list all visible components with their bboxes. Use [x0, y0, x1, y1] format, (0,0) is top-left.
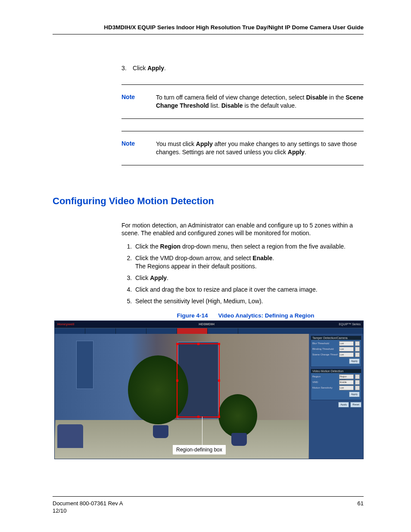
list-item: Click Apply. — [134, 274, 364, 282]
note-text: You must click Apply after you make chan… — [156, 140, 364, 156]
dropdown[interactable]: Enable — [339, 380, 354, 385]
series-label: EQUIP™ Series — [339, 323, 361, 326]
plant-icon — [218, 394, 257, 437]
tab-active[interactable] — [177, 328, 208, 334]
figure-number: Figure 4-14 — [177, 312, 208, 319]
step-3: 3. Click Apply. — [121, 65, 364, 72]
chair-icon — [57, 424, 83, 448]
list-item: Select the sensitivity level (High, Medi… — [134, 297, 364, 305]
callout-line — [202, 417, 202, 447]
reset-button[interactable]: Reset — [350, 402, 361, 408]
chevron-down-icon[interactable] — [355, 352, 360, 357]
tab[interactable] — [208, 328, 238, 334]
list-item: Click and drag the box to resize and pla… — [134, 286, 364, 294]
panel-header: Tamper Detection/Camera — [311, 336, 361, 340]
doc-date: 12/10 — [53, 507, 123, 515]
panel-tamper-detection: Tamper Detection/Camera Blur ThresholdLo… — [311, 336, 361, 367]
dropdown[interactable]: Low — [339, 386, 354, 390]
chevron-down-icon[interactable] — [355, 347, 360, 352]
steps-list: Click the Region drop-down menu, then se… — [121, 243, 364, 305]
figure-caption: Figure 4-14Video Analytics: Defining a R… — [128, 312, 364, 319]
note-box-2: Note You must click Apply after you make… — [121, 131, 364, 165]
brand-logo: Honeywell — [57, 322, 75, 326]
model-label: HD3MDIH — [75, 322, 339, 326]
apply-button[interactable]: Apply — [338, 402, 349, 408]
note-box-1: Note To turn off camera field of view ch… — [121, 84, 364, 119]
figure-title: Video Analytics: Defining a Region — [218, 312, 314, 319]
region-defining-box[interactable] — [177, 343, 220, 417]
section-heading: Configuring Video Motion Detection — [53, 196, 364, 207]
list-item: Click the VMD drop-down arrow, and selec… — [134, 254, 364, 271]
note-label: Note — [121, 93, 156, 110]
tab[interactable] — [116, 328, 146, 334]
intro-paragraph: For motion detection, an Administrator c… — [121, 221, 364, 238]
tab[interactable] — [146, 328, 177, 334]
page-number: 61 — [358, 500, 364, 515]
tab[interactable] — [55, 328, 85, 334]
chevron-down-icon[interactable] — [355, 374, 360, 379]
chevron-down-icon[interactable] — [355, 386, 360, 390]
panel-vmd: Video Motion Detection RegionRegion 1VMD… — [311, 369, 361, 400]
chevron-down-icon[interactable] — [355, 341, 360, 346]
chevron-down-icon[interactable] — [355, 380, 360, 385]
settings-panel: Tamper Detection/Camera Blur ThresholdLo… — [309, 334, 363, 459]
list-item: Click the Region drop-down menu, then se… — [134, 243, 364, 251]
camera-view: Region-defining box — [55, 334, 309, 459]
apply-button[interactable]: Apply — [349, 392, 360, 397]
tab[interactable] — [85, 328, 116, 334]
note-text: To turn off camera field of view change … — [156, 93, 364, 110]
page-footer: Document 800-07361 Rev A 12/10 61 — [53, 496, 364, 515]
callout-label: Region-defining box — [173, 445, 226, 454]
dropdown[interactable]: Region 1VMD — [339, 374, 354, 379]
dropdown[interactable]: Low — [339, 352, 354, 357]
panel-header: Video Motion Detection — [311, 369, 361, 373]
step-number: 3. — [121, 65, 131, 72]
doc-id: Document 800-07361 Rev A — [53, 500, 123, 507]
apply-button[interactable]: Apply — [349, 358, 360, 364]
figure-screenshot: Honeywell HD3MDIH EQUIP™ Series — [54, 320, 364, 459]
dropdown[interactable]: Low — [339, 347, 354, 352]
app-titlebar: Honeywell HD3MDIH EQUIP™ Series — [55, 321, 363, 328]
note-label: Note — [121, 140, 156, 156]
page-header: HD3MDIH/X EQUIP Series Indoor High Resol… — [53, 24, 364, 34]
dropdown[interactable]: Low — [339, 341, 354, 346]
